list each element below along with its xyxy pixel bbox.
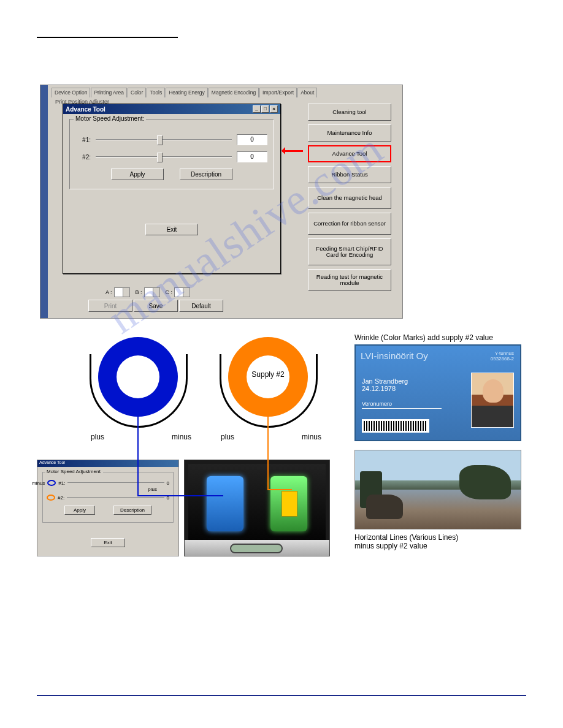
tab-about[interactable]: About xyxy=(297,88,317,97)
supply-minus-label: minus xyxy=(302,433,321,441)
ytunnus-value: 0532868-2 xyxy=(491,356,514,362)
apply-button[interactable]: Apply xyxy=(111,169,164,180)
mini-orange-circle-icon xyxy=(47,495,55,501)
mini-group-label: Motor Speed Adjustment: xyxy=(45,469,103,474)
c-label: C : xyxy=(166,289,173,295)
id-card-sample: LVI-insinöörit Oy Y-tunnus0532868-2 Jan … xyxy=(354,344,521,441)
close-icon[interactable]: × xyxy=(270,105,278,113)
id-photo xyxy=(471,373,514,428)
take-plus-label: plus xyxy=(91,433,104,441)
slider2[interactable] xyxy=(96,151,232,162)
slider2-label: #2: xyxy=(76,154,91,161)
save-button[interactable]: Save xyxy=(134,300,178,312)
clean-magnetic-head-button[interactable]: Clean the magnetic head xyxy=(308,187,391,209)
mini-v1: 0 xyxy=(167,480,169,486)
veronumero-label: Veronumero xyxy=(362,401,442,407)
ytunnus-label: Y-tunnus xyxy=(495,351,514,356)
minimize-icon[interactable]: _ xyxy=(253,105,261,113)
barcode-icon xyxy=(362,419,429,433)
cleaning-tool-button[interactable]: Cleaning tool xyxy=(308,104,391,121)
supply-rotation-arrows xyxy=(220,354,318,428)
sample-prints: Wrinkle (Color Marks) add supply #2 valu… xyxy=(354,333,526,550)
mini-title: Advance Tool xyxy=(37,460,178,467)
tools-dialog-screenshot: Device Option Printing Area Color Tools … xyxy=(40,85,403,319)
hlines-caption2: minus supply #2 value xyxy=(354,542,526,550)
mini-slider1 xyxy=(67,480,164,485)
default-button[interactable]: Default xyxy=(179,300,223,312)
tab-bar: Device Option Printing Area Color Tools … xyxy=(52,88,396,97)
mini-r2: #2: xyxy=(58,495,64,501)
supply-plus-label: plus xyxy=(221,433,234,441)
correction-ribbon-sensor-button[interactable]: Correction for ribbon sensor xyxy=(308,213,391,235)
footer-rule xyxy=(37,695,526,696)
a-label: A : xyxy=(105,289,112,295)
mini-dialog-illustration: Advance Tool Motor Speed Adjustment: min… xyxy=(37,460,179,556)
person-name: Jan Strandberg xyxy=(362,377,442,385)
mini-blue-circle-icon xyxy=(47,480,56,486)
ribbon-status-button[interactable]: Ribbon Status xyxy=(308,166,391,183)
tab-tools[interactable]: Tools xyxy=(147,88,165,97)
b-label: B : xyxy=(136,289,142,295)
take-rotation-arrows xyxy=(90,354,188,428)
blue-connector-line xyxy=(137,417,139,496)
supply-label: Supply #2 xyxy=(228,370,308,379)
tab-magnetic-encoding[interactable]: Magnetic Encoding xyxy=(209,88,259,97)
c-spinner[interactable] xyxy=(174,287,190,297)
beach-photo-sample xyxy=(354,450,521,529)
reading-test-magnetic-button[interactable]: Reading test for magnetic module xyxy=(308,269,391,291)
mini-desc-button: Description xyxy=(113,506,151,515)
wrinkle-caption: Wrinkle (Color Marks) add supply #2 valu… xyxy=(354,333,526,342)
red-arrow-indicator xyxy=(282,150,303,152)
feeding-smart-chip-button[interactable]: Feeding Smart Chip/RFID Card for Encodin… xyxy=(308,238,391,265)
exit-button[interactable]: Exit xyxy=(145,224,198,235)
mini-r1: #1: xyxy=(58,480,65,486)
slider1[interactable] xyxy=(96,134,232,145)
slider1-label: #1: xyxy=(76,137,91,143)
orange-connector-line2 xyxy=(267,489,292,490)
blue-connector-line2 xyxy=(137,495,223,496)
tab-import-export[interactable]: Import/Export xyxy=(259,88,297,97)
take-spool-photo xyxy=(207,476,243,531)
dialog-titlebar: Advance Tool _ □ × xyxy=(63,104,280,114)
person-dob: 24.12.1978 xyxy=(362,385,442,392)
supply-spool-photo xyxy=(270,476,307,531)
tab-color[interactable]: Color xyxy=(128,88,146,97)
hlines-caption1: Horizontal Lines (Various Lines) xyxy=(354,533,526,542)
advance-tool-button[interactable]: Advance Tool xyxy=(308,145,391,162)
slider2-value: 0 xyxy=(237,151,267,162)
mini-exit-button: Exit xyxy=(91,538,124,547)
advance-tool-dialog: Advance Tool _ □ × Motor Speed Adjustmen… xyxy=(63,104,281,274)
mini-minus-label: minus xyxy=(32,480,45,486)
side-button-panel: Cleaning tool Maintenance Info Advance T… xyxy=(308,104,391,291)
slider1-value: 0 xyxy=(237,134,267,145)
description-button[interactable]: Description xyxy=(180,169,232,180)
print-button[interactable]: Print xyxy=(88,300,132,312)
mini-plus-label: plus xyxy=(47,487,157,492)
take-minus-label: minus xyxy=(172,433,191,441)
printer-photo xyxy=(184,460,330,556)
tab-printing-area[interactable]: Printing Area xyxy=(91,88,127,97)
tab-heating-energy[interactable]: Heating Energy xyxy=(166,88,208,97)
motor-speed-diagram: Take #1 plus minus Supply #2 plus minus … xyxy=(37,333,526,560)
b-spinner[interactable] xyxy=(144,287,160,297)
orange-connector-line xyxy=(267,417,269,490)
tab-device-option[interactable]: Device Option xyxy=(52,88,90,97)
maximize-icon[interactable]: □ xyxy=(261,105,269,113)
mini-apply-button: Apply xyxy=(64,506,95,515)
dialog-title: Advance Tool xyxy=(66,106,105,113)
group-label: Motor Speed Adjustment: xyxy=(74,115,146,122)
take-label: Take #1 xyxy=(98,370,178,379)
abc-spinners: A : B : C : xyxy=(102,287,190,297)
printer-lcd xyxy=(230,544,283,553)
motor-speed-group: Motor Speed Adjustment: #1: 0 #2: 0 Appl… xyxy=(69,119,274,189)
a-spinner[interactable] xyxy=(114,287,130,297)
title-underline xyxy=(37,37,178,38)
maintenance-info-button[interactable]: Maintenance Info xyxy=(308,124,391,142)
